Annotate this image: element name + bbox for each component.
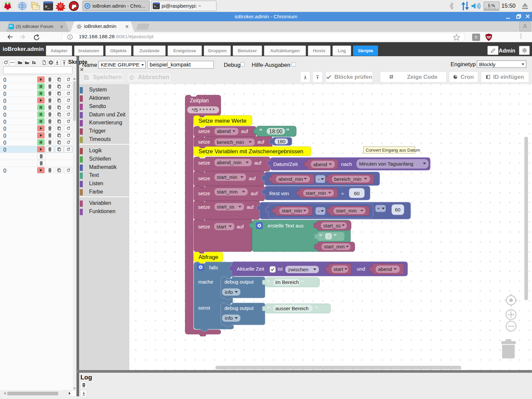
- svg-text:debug output: debug output: [224, 279, 254, 285]
- svg-text:“: “: [267, 279, 270, 286]
- svg-text:start: start: [216, 224, 226, 229]
- svg-text:zwischen: zwischen: [288, 267, 309, 272]
- svg-text:÷: ÷: [377, 205, 380, 211]
- svg-text:”: ”: [315, 306, 318, 312]
- svg-text:auf: auf: [254, 160, 262, 166]
- svg-text:falls: falls: [209, 265, 218, 270]
- svg-text:”: ”: [301, 279, 304, 286]
- svg-text:5 %: 5 %: [488, 3, 495, 8]
- svg-text:start: start: [333, 266, 343, 272]
- svg-text:÷: ÷: [341, 191, 344, 197]
- svg-text:bereich_min: bereich_min: [334, 176, 361, 182]
- svg-text:start_min: start_min: [306, 190, 326, 196]
- svg-text:setze: setze: [198, 139, 210, 145]
- svg-text:start_mm: start_mm: [217, 189, 238, 195]
- svg-text:erstelle Text aus: erstelle Text aus: [268, 223, 304, 228]
- svg-text:start_mm: start_mm: [324, 244, 345, 249]
- svg-text:Abfrage: Abfrage: [199, 254, 218, 260]
- svg-text:info: info: [225, 315, 233, 321]
- svg-text:abend: abend: [378, 266, 392, 272]
- svg-text:”: ”: [286, 127, 290, 135]
- svg-text:auf: auf: [251, 191, 258, 196]
- svg-text:auf: auf: [237, 224, 244, 229]
- svg-text:info: info: [225, 289, 233, 295]
- svg-text:>_: >_: [154, 5, 158, 8]
- svg-text:Datum/Zeit: Datum/Zeit: [273, 161, 298, 167]
- svg-text:auf: auf: [249, 176, 256, 181]
- svg-text:start_ss: start_ss: [217, 204, 234, 209]
- svg-text:Setze Variablen mit Zwischener: Setze Variablen mit Zwischenergebnissen: [199, 148, 303, 155]
- svg-text:debug output: debug output: [224, 305, 254, 311]
- svg-text:Convert Eingang aus Datum: Convert Eingang aus Datum: [366, 148, 420, 153]
- svg-text:abend_min: abend_min: [278, 176, 303, 182]
- svg-text:“: “: [259, 127, 263, 135]
- svg-text:*/5 * * * * *: */5 * * * * *: [192, 107, 215, 113]
- svg-text:abend_min: abend_min: [217, 160, 241, 165]
- svg-text:-: -: [318, 176, 320, 182]
- svg-text:setze: setze: [198, 224, 210, 229]
- svg-text:abend: abend: [313, 162, 327, 167]
- svg-text::: :: [328, 234, 329, 239]
- svg-text:start_ss: start_ss: [323, 223, 341, 228]
- svg-text:und: und: [357, 266, 365, 272]
- svg-text:ausser Bereich: ausser Bereich: [275, 306, 309, 311]
- svg-text:“: “: [267, 306, 270, 312]
- svg-text:im Bereich: im Bereich: [275, 279, 299, 285]
- svg-text:Minuten von Tagsanfang: Minuten von Tagsanfang: [359, 161, 413, 167]
- svg-text:start_mm: start_mm: [336, 208, 357, 213]
- svg-text:”: ”: [333, 233, 336, 240]
- svg-text:abend: abend: [217, 128, 231, 134]
- svg-text:>_: >_: [45, 5, 50, 9]
- svg-text:setze: setze: [198, 128, 210, 134]
- svg-text:nach: nach: [341, 161, 352, 167]
- svg-text:mache: mache: [198, 279, 213, 285]
- svg-text:60: 60: [354, 191, 360, 196]
- svg-text:auf: auf: [257, 139, 265, 145]
- svg-text:bereich_min: bereich_min: [217, 139, 244, 145]
- svg-text:“: “: [319, 233, 322, 240]
- svg-text:Rest von: Rest von: [269, 191, 289, 196]
- svg-text:Zeitplan: Zeitplan: [190, 98, 209, 103]
- svg-text:18:00: 18:00: [269, 129, 282, 134]
- svg-text:start_min: start_min: [282, 208, 302, 213]
- svg-text:Aktuelle Zeit: Aktuelle Zeit: [237, 266, 264, 272]
- svg-text:start_min: start_min: [217, 174, 237, 180]
- svg-text:auf: auf: [241, 128, 248, 134]
- svg-text:auf: auf: [247, 204, 254, 210]
- svg-text:setze: setze: [198, 204, 210, 210]
- svg-text:setze: setze: [198, 191, 210, 196]
- svg-text:setze: setze: [198, 160, 210, 166]
- svg-text:ist: ist: [278, 266, 283, 272]
- svg-text:Setze meine Werte: Setze meine Werte: [199, 118, 246, 124]
- svg-text:180: 180: [277, 139, 285, 144]
- svg-text:setze: setze: [198, 176, 210, 181]
- svg-text:-: -: [318, 208, 320, 214]
- svg-text:60: 60: [395, 207, 401, 212]
- svg-text:sonst: sonst: [198, 305, 210, 311]
